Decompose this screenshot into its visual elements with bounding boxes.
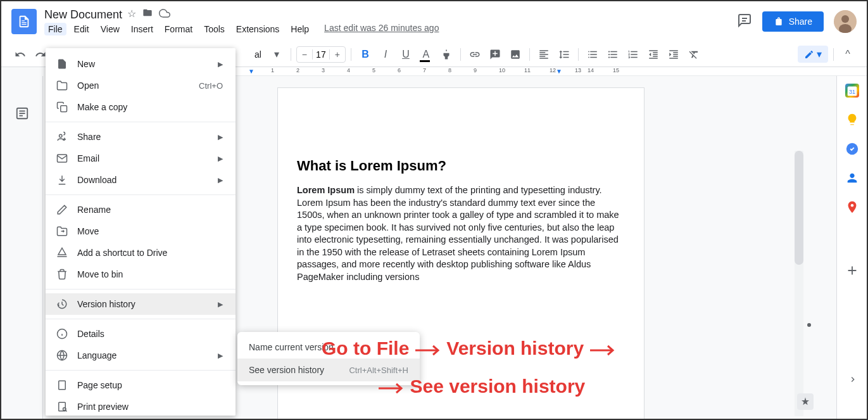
ruler-tick: 7 — [423, 67, 426, 73]
document-body[interactable]: Lorem Ipsum is simply dummy text of the … — [297, 184, 625, 284]
file-menu-language[interactable]: Language ▶ — [46, 345, 236, 366]
font-selector[interactable]: al — [251, 48, 265, 61]
bullet-list-button[interactable] — [604, 46, 622, 63]
ruler-tick: 9 — [474, 67, 477, 73]
clear-formatting-button[interactable] — [685, 46, 703, 63]
file-menu-dropdown: New ▶ Open Ctrl+O Make a copy Share ▶ Em… — [46, 48, 236, 416]
text-color-button[interactable]: A — [417, 46, 435, 63]
rename-icon — [56, 204, 68, 215]
tasks-app-icon[interactable] — [845, 142, 859, 156]
user-avatar[interactable] — [834, 10, 857, 33]
file-menu-add-shortcut[interactable]: Add a shortcut to Drive — [46, 242, 236, 264]
download-icon — [56, 174, 68, 186]
file-menu-email[interactable]: Email ▶ — [46, 148, 236, 169]
cloud-icon[interactable] — [159, 8, 170, 22]
contacts-app-icon[interactable] — [845, 171, 859, 185]
document-heading[interactable]: What is Lorem Ipsum? — [297, 158, 625, 174]
font-size-control: − 17 + — [296, 46, 346, 63]
document-title[interactable]: New Document — [44, 8, 122, 22]
submenu-arrow-icon: ▶ — [218, 60, 223, 68]
horizontal-ruler[interactable]: ▼ 1 2 3 4 5 6 7 8 9 10 11 12 ▼ 13 14 15 — [236, 67, 867, 76]
last-edit-link[interactable]: Last edit was 26 minutes ago — [324, 23, 439, 35]
file-menu-page-setup[interactable]: Page setup — [46, 374, 236, 396]
explore-button[interactable] — [797, 393, 814, 410]
menu-help[interactable]: Help — [287, 23, 313, 35]
keep-app-icon[interactable] — [845, 113, 859, 127]
bold-button[interactable]: B — [356, 46, 374, 63]
menu-extensions[interactable]: Extensions — [232, 23, 283, 35]
file-menu-version-history[interactable]: Version history ▶ — [46, 293, 236, 315]
trash-icon — [56, 269, 68, 280]
decrease-font-button[interactable]: − — [297, 47, 312, 62]
insert-image-button[interactable] — [506, 46, 524, 63]
file-menu-rename[interactable]: Rename — [46, 199, 236, 220]
ruler-tick: 8 — [448, 67, 451, 73]
file-menu-new[interactable]: New ▶ — [46, 53, 236, 75]
menu-insert[interactable]: Insert — [127, 23, 157, 35]
comment-history-icon[interactable] — [737, 13, 752, 30]
star-icon[interactable]: ☆ — [127, 8, 136, 22]
ruler-tick: 2 — [296, 67, 299, 73]
increase-font-button[interactable]: + — [330, 47, 345, 62]
highlight-button[interactable] — [437, 46, 455, 63]
file-menu-move[interactable]: Move — [46, 220, 236, 242]
editing-mode-button[interactable]: ▾ — [798, 46, 828, 63]
docs-logo[interactable] — [11, 9, 37, 34]
expand-button[interactable]: ^ — [839, 46, 857, 63]
decrease-indent-button[interactable] — [645, 46, 662, 63]
collapse-side-panel-icon[interactable] — [848, 374, 858, 387]
ruler-tick: 4 — [347, 67, 350, 73]
print-preview-icon — [56, 401, 68, 412]
share-button[interactable]: Share — [762, 11, 824, 32]
file-menu-make-copy[interactable]: Make a copy — [46, 96, 236, 118]
file-menu-share[interactable]: Share ▶ — [46, 126, 236, 148]
font-dropdown-icon[interactable]: ▾ — [268, 46, 286, 63]
menu-file[interactable]: File — [44, 23, 66, 35]
folder-icon — [56, 80, 68, 91]
italic-button[interactable]: I — [377, 46, 394, 63]
menu-bar: File Edit View Insert Format Tools Exten… — [44, 23, 737, 35]
add-app-icon[interactable] — [845, 264, 859, 277]
left-indent-marker[interactable]: ▼ — [248, 68, 255, 75]
underline-button[interactable]: U — [397, 46, 415, 63]
submenu-arrow-icon: ▶ — [218, 352, 223, 360]
move-icon[interactable] — [142, 8, 153, 22]
font-size-value[interactable]: 17 — [312, 49, 330, 60]
ruler-tick: 15 — [613, 67, 619, 73]
submenu-arrow-icon: ▶ — [218, 155, 223, 163]
calendar-app-icon[interactable]: 31 — [845, 84, 859, 98]
file-menu-print-preview[interactable]: Print preview — [46, 396, 236, 416]
outline-icon[interactable] — [15, 106, 29, 123]
menu-format[interactable]: Format — [161, 23, 196, 35]
increase-indent-button[interactable] — [665, 46, 682, 63]
right-indent-marker[interactable]: ▼ — [556, 68, 562, 75]
svg-point-3 — [841, 15, 849, 23]
menu-edit[interactable]: Edit — [70, 23, 93, 35]
menu-view[interactable]: View — [97, 23, 123, 35]
align-button[interactable] — [535, 46, 553, 63]
svg-rect-22 — [59, 402, 66, 411]
menu-tools[interactable]: Tools — [200, 23, 229, 35]
ruler-tick: 3 — [322, 67, 325, 73]
ruler-tick: 5 — [372, 67, 375, 73]
arrow-icon — [414, 344, 442, 357]
numbered-list-button[interactable] — [624, 46, 642, 63]
line-spacing-button[interactable] — [555, 46, 573, 63]
document-scrollbar[interactable] — [795, 151, 803, 416]
file-menu-open[interactable]: Open Ctrl+O — [46, 75, 236, 96]
copy-icon — [56, 101, 68, 113]
add-comment-button[interactable] — [486, 46, 504, 63]
file-menu-download[interactable]: Download ▶ — [46, 169, 236, 191]
globe-icon — [56, 350, 68, 361]
ruler-tick: 14 — [588, 67, 594, 73]
checklist-button[interactable] — [584, 46, 601, 63]
insert-link-button[interactable] — [466, 46, 484, 63]
ruler-tick: 10 — [499, 67, 505, 73]
info-icon — [56, 328, 68, 340]
file-menu-move-to-bin[interactable]: Move to bin — [46, 264, 236, 285]
maps-app-icon[interactable] — [845, 200, 859, 214]
undo-button[interactable] — [11, 46, 29, 63]
ruler-tick: 1 — [271, 67, 274, 73]
svg-point-12 — [850, 204, 853, 207]
file-menu-details[interactable]: Details — [46, 323, 236, 345]
